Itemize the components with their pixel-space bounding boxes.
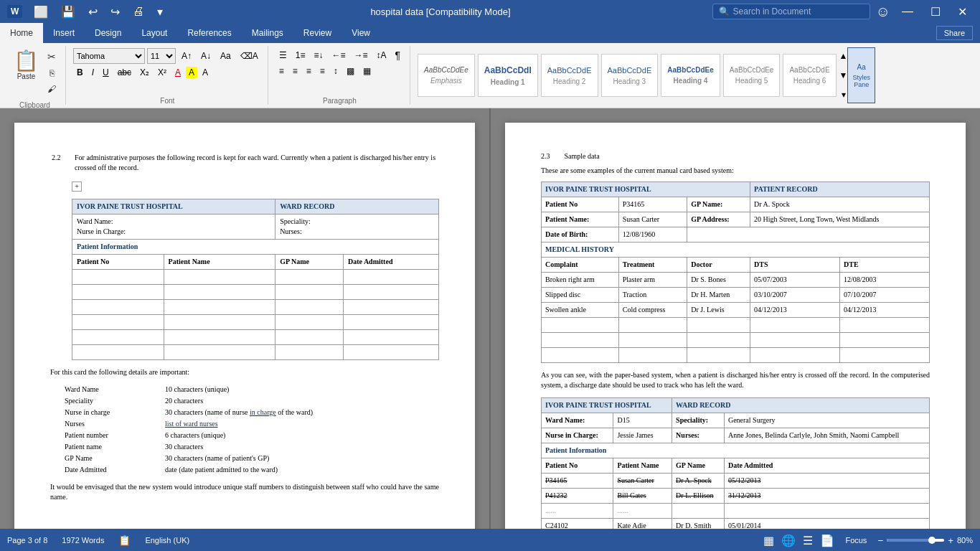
strikethrough-button[interactable]: abc (114, 66, 135, 79)
tab-review[interactable]: Review (293, 23, 341, 43)
text-effects-button[interactable]: A (199, 66, 212, 79)
styles-scroll-down[interactable]: ▼ (839, 70, 848, 80)
paste-button[interactable]: 📋 Paste (10, 49, 42, 96)
speciality-field: Speciality: Nurses: (275, 215, 439, 240)
window-control[interactable]: ⬜ (28, 5, 54, 19)
style-emphasis[interactable]: AaBbCcDdEeEmphasis (418, 54, 475, 97)
zoom-slider[interactable] (887, 539, 944, 542)
field-nurse-in-charge: Nurse in charge 30 characters (name of n… (65, 408, 439, 418)
outline-btn[interactable]: ☰ (803, 534, 813, 547)
align-center-button[interactable]: ≡ (289, 65, 301, 77)
font-size-select[interactable]: 11 (147, 48, 176, 64)
search-input[interactable] (733, 6, 855, 17)
superscript-button[interactable]: X² (154, 66, 170, 79)
paste-icon: 📋 (14, 51, 39, 71)
right-page[interactable]: 2.3 Sample data These are some examples … (489, 108, 980, 529)
justify-button[interactable]: ≡ (316, 65, 329, 77)
section-2-3-header: 2.3 Sample data (541, 151, 930, 161)
focus-label: Focus (845, 536, 867, 545)
grow-font-button[interactable]: A↑ (178, 50, 195, 62)
change-case-button[interactable]: Aa (217, 50, 235, 62)
font-name-select[interactable]: Tahoma (73, 48, 145, 64)
wr-ward-name-label: Ward Name: (542, 413, 613, 428)
expand-button[interactable]: + (72, 182, 82, 192)
styles-scroll-up[interactable]: ▲ (839, 51, 848, 61)
bullets-button[interactable]: ☰ (275, 49, 291, 62)
wr-speciality-label: Speciality: (672, 413, 725, 428)
style-heading1[interactable]: AaBbCcDdIHeading 1 (478, 54, 538, 97)
track-changes-icon[interactable]: 📋 (118, 534, 131, 546)
print-layout-btn[interactable]: ▦ (763, 534, 774, 547)
left-page-content: 2.2 For administrative purposes the foll… (14, 123, 475, 529)
close-btn[interactable]: ✕ (952, 5, 973, 19)
for-this-card-para: For this card the following details are … (50, 367, 439, 377)
styles-pane-button[interactable]: Aa StylesPane (847, 47, 875, 103)
subscript-button[interactable]: X₂ (136, 66, 153, 79)
window-more[interactable]: ▾ (151, 5, 169, 19)
paragraph-mark-button[interactable]: ¶ (391, 48, 404, 62)
tab-design[interactable]: Design (85, 23, 131, 43)
user-icon[interactable]: ☺ (876, 4, 890, 20)
decrease-indent-button[interactable]: ←≡ (328, 49, 349, 62)
multilevel-button[interactable]: ≡↓ (310, 49, 326, 62)
line-spacing-button[interactable]: ↕ (330, 65, 341, 77)
mh-row3-dts: 04/12/2013 (750, 303, 840, 318)
style-heading5[interactable]: AaBbCcDdEeHeading 5 (723, 54, 781, 97)
sort-button[interactable]: ↕A (372, 49, 390, 62)
tab-home[interactable]: Home (0, 23, 43, 43)
draft-btn[interactable]: 📄 (820, 534, 834, 547)
styles-expand[interactable]: ▾ (839, 90, 848, 100)
wr-row1-gp: Dr A. Spock (672, 474, 725, 489)
underline-button[interactable]: U (99, 66, 113, 79)
search-box[interactable]: 🔍 (712, 4, 870, 19)
increase-indent-button[interactable]: →≡ (350, 49, 371, 62)
wr-row1-name: Susan Carter (613, 474, 672, 489)
font-color-button[interactable]: A (171, 66, 184, 79)
italic-button[interactable]: I (88, 66, 98, 79)
field-list: Ward Name 10 characters (unique) Special… (65, 385, 439, 475)
style-heading2[interactable]: AaBbCcDdEHeading 2 (541, 54, 598, 97)
window-save[interactable]: 💾 (55, 5, 81, 19)
format-painter-button[interactable]: 🖌 (44, 82, 60, 96)
align-left-button[interactable]: ≡ (275, 65, 288, 77)
tab-insert[interactable]: Insert (43, 23, 85, 43)
tab-references[interactable]: References (177, 23, 241, 43)
shrink-font-button[interactable]: A↓ (197, 50, 215, 62)
tab-mailings[interactable]: Mailings (242, 23, 293, 43)
language[interactable]: English (UK) (145, 536, 189, 545)
ward-name-field: Ward Name: Nurse in Charge: (72, 215, 275, 240)
maximize-btn[interactable]: ☐ (925, 5, 946, 19)
window-undo[interactable]: ↩ (83, 5, 103, 19)
shading-button[interactable]: ▩ (343, 65, 358, 77)
zoom-out-btn[interactable]: − (877, 535, 883, 546)
bold-button[interactable]: B (73, 66, 87, 79)
numbering-button[interactable]: 1≡ (292, 49, 309, 62)
style-heading6[interactable]: AaBbCcDdEHeading 6 (783, 54, 836, 97)
clear-format-button[interactable]: ⌫A (237, 50, 262, 62)
highlight-button[interactable]: A (186, 67, 197, 78)
tab-layout[interactable]: Layout (131, 23, 177, 43)
copy-button[interactable]: ⎘ (44, 66, 60, 80)
align-right-button[interactable]: ≡ (303, 65, 315, 77)
window-redo[interactable]: ↪ (105, 5, 126, 19)
web-layout-btn[interactable]: 🌐 (781, 534, 796, 547)
zoom-in-btn[interactable]: + (948, 535, 953, 546)
window-print[interactable]: 🖨 (127, 5, 150, 19)
section-number: 2.2 (52, 153, 73, 173)
share-button[interactable]: Share (936, 26, 973, 40)
mh-row3-complaint: Swollen ankle (542, 303, 619, 318)
wr-record-type: WARD RECORD (672, 398, 930, 413)
zoom-control[interactable]: − + 80% (877, 535, 973, 546)
cut-button[interactable]: ✂ (44, 49, 60, 65)
minimize-btn[interactable]: — (896, 5, 919, 18)
left-page[interactable]: 2.2 For administrative purposes the foll… (0, 108, 489, 529)
style-heading4[interactable]: AaBbCcDdEeHeading 4 (661, 54, 720, 97)
ribbon-group-font: Tahoma 11 A↑ A↓ Aa ⌫A B I U abc X₂ X² (67, 46, 268, 105)
wr-col-patient-name: Patient Name (613, 458, 672, 474)
col-patient-no: Patient No (72, 255, 164, 270)
style-heading3[interactable]: AaBbCcDdEHeading 3 (601, 54, 659, 97)
tab-view[interactable]: View (341, 23, 380, 43)
pr-dob-label: Date of Birth: (542, 227, 619, 242)
borders-button[interactable]: ▦ (359, 65, 374, 77)
word-count[interactable]: 1972 Words (62, 536, 104, 545)
